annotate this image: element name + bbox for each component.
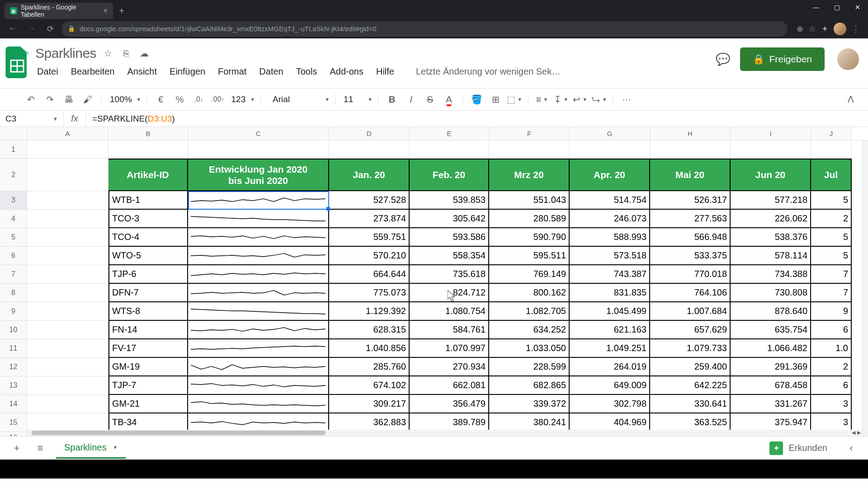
header-month-4[interactable]: Mai 20 (650, 159, 731, 191)
collapse-toolbar-button[interactable]: ᐱ (843, 91, 859, 108)
zoom-icon[interactable]: ⊕ (797, 24, 803, 34)
cell-sparkline-12[interactable] (188, 413, 329, 432)
cell-val-1-i[interactable]: 226.062 (731, 210, 811, 228)
cell-5-A[interactable] (27, 228, 108, 247)
col-header-D[interactable]: D (329, 127, 410, 140)
cell-1-H[interactable] (650, 141, 731, 159)
cell-val-3-i[interactable]: 578.114 (731, 247, 811, 265)
cell-val-0-e[interactable]: 539.853 (410, 191, 489, 210)
sheet-nav-arrows[interactable]: ◀▶ (852, 430, 861, 436)
col-header-H[interactable]: H (650, 127, 731, 140)
cell-artikel-1[interactable]: TCO-3 (108, 210, 188, 228)
cell-val-0-h[interactable]: 526.317 (650, 191, 731, 210)
vertical-scrollbar[interactable] (862, 141, 868, 430)
cell-1-A[interactable] (27, 141, 108, 159)
cell-val-6-i[interactable]: 878.640 (731, 302, 811, 321)
cell-sparkline-9[interactable] (188, 358, 329, 376)
font-select[interactable]: Arial▼ (266, 91, 330, 108)
sheet-tab-active[interactable]: Sparklines▼ (56, 438, 126, 459)
cell-artikel-5[interactable]: DFN-7 (108, 284, 188, 302)
cell-val-4-e[interactable]: 735.618 (410, 265, 489, 284)
back-button[interactable]: ← (5, 21, 20, 37)
cell-val-10-i[interactable]: 678.458 (731, 376, 811, 395)
row-header-5[interactable]: 5 (0, 228, 27, 247)
menu-format[interactable]: Format (218, 66, 246, 77)
cell-artikel-11[interactable]: GM-21 (108, 395, 188, 413)
spreadsheet-grid[interactable]: ABCDEFGHIJ 12345678910111213141516 Artik… (0, 127, 868, 436)
menu-tools[interactable]: Tools (296, 66, 317, 77)
user-avatar[interactable] (837, 48, 859, 70)
browser-menu-icon[interactable]: ⋮ (852, 24, 860, 34)
cell-val-10-d[interactable]: 674.102 (329, 376, 410, 395)
cell-7-A[interactable] (27, 265, 108, 284)
cell-12-A[interactable] (27, 358, 108, 376)
paint-format-button[interactable]: 🖌 (80, 91, 96, 108)
cell-val-9-f[interactable]: 228.599 (489, 358, 570, 376)
cell-2-A[interactable] (27, 159, 108, 191)
row-header-14[interactable]: 14 (0, 395, 27, 413)
col-header-J[interactable]: J (811, 127, 852, 140)
cell-artikel-12[interactable]: TB-34 (108, 413, 188, 432)
cell-val-10-j[interactable]: 6 (811, 376, 852, 395)
header-artikel-id[interactable]: Artikel-ID (108, 159, 188, 191)
cell-val-3-g[interactable]: 573.518 (570, 247, 650, 265)
col-header-F[interactable]: F (489, 127, 570, 140)
cell-val-1-e[interactable]: 305.642 (410, 210, 489, 228)
cell-1-F[interactable] (489, 141, 570, 159)
cell-val-12-f[interactable]: 380.241 (489, 413, 570, 432)
browser-profile-avatar[interactable] (834, 23, 846, 35)
cell-sparkline-3[interactable] (188, 247, 329, 265)
cell-sparkline-0[interactable] (188, 191, 329, 210)
all-sheets-button[interactable]: ≡ (33, 441, 48, 456)
header-month-6[interactable]: Jul (811, 159, 852, 191)
cell-val-9-g[interactable]: 264.019 (570, 358, 650, 376)
cell-val-5-j[interactable]: 7 (811, 284, 852, 302)
fill-color-button[interactable]: 🪣 (468, 91, 485, 108)
row-header-2[interactable]: 2 (0, 159, 27, 191)
sheets-app-icon[interactable] (5, 47, 29, 78)
cell-artikel-10[interactable]: TJP-7 (108, 376, 188, 395)
cell-val-1-h[interactable]: 277.563 (650, 210, 731, 228)
maximize-button[interactable]: ▢ (826, 0, 847, 14)
cell-val-12-h[interactable]: 363.525 (650, 413, 731, 432)
cell-sparkline-2[interactable] (188, 228, 329, 247)
header-entwicklung[interactable]: Entwicklung Jan 2020bis Juni 2020 (188, 159, 329, 191)
italic-button[interactable]: I (403, 91, 419, 108)
cell-val-10-g[interactable]: 649.009 (570, 376, 650, 395)
cell-val-5-d[interactable]: 775.073 (329, 284, 410, 302)
cell-sparkline-6[interactable] (188, 302, 329, 321)
cell-14-A[interactable] (27, 395, 108, 413)
cell-val-8-d[interactable]: 1.040.856 (329, 339, 410, 358)
cloud-status-icon[interactable]: ☁ (138, 47, 151, 60)
zoom-select[interactable]: 100%▼ (107, 91, 142, 108)
cell-val-11-d[interactable]: 309.217 (329, 395, 410, 413)
cell-val-4-f[interactable]: 769.149 (489, 265, 570, 284)
cell-val-4-j[interactable]: 7 (811, 265, 852, 284)
cell-val-2-d[interactable]: 559.751 (329, 228, 410, 247)
cell-val-2-h[interactable]: 566.948 (650, 228, 731, 247)
cell-val-3-h[interactable]: 533.375 (650, 247, 731, 265)
cell-10-A[interactable] (27, 321, 108, 339)
cell-11-A[interactable] (27, 339, 108, 358)
cell-val-4-h[interactable]: 770.018 (650, 265, 731, 284)
cell-val-9-j[interactable]: 2 (811, 358, 852, 376)
cell-val-5-h[interactable]: 764.106 (650, 284, 731, 302)
cell-artikel-2[interactable]: TCO-4 (108, 228, 188, 247)
cell-13-A[interactable] (27, 376, 108, 395)
cell-val-8-j[interactable]: 1.0 (811, 339, 852, 358)
row-header-7[interactable]: 7 (0, 265, 27, 284)
cell-val-2-i[interactable]: 538.376 (731, 228, 811, 247)
cell-8-A[interactable] (27, 284, 108, 302)
close-tab-icon[interactable]: × (104, 7, 108, 15)
bookmark-icon[interactable]: ☆ (809, 24, 816, 34)
close-window-button[interactable]: ✕ (847, 0, 868, 14)
cell-val-12-d[interactable]: 362.883 (329, 413, 410, 432)
cell-val-4-d[interactable]: 664.644 (329, 265, 410, 284)
cell-val-1-f[interactable]: 280.589 (489, 210, 570, 228)
menu-datei[interactable]: Datei (37, 66, 58, 77)
row-header-10[interactable]: 10 (0, 321, 27, 339)
menu-hilfe[interactable]: Hilfe (376, 66, 394, 77)
cell-val-3-f[interactable]: 595.511 (489, 247, 570, 265)
cell-6-A[interactable] (27, 247, 108, 265)
cell-val-2-f[interactable]: 590.790 (489, 228, 570, 247)
